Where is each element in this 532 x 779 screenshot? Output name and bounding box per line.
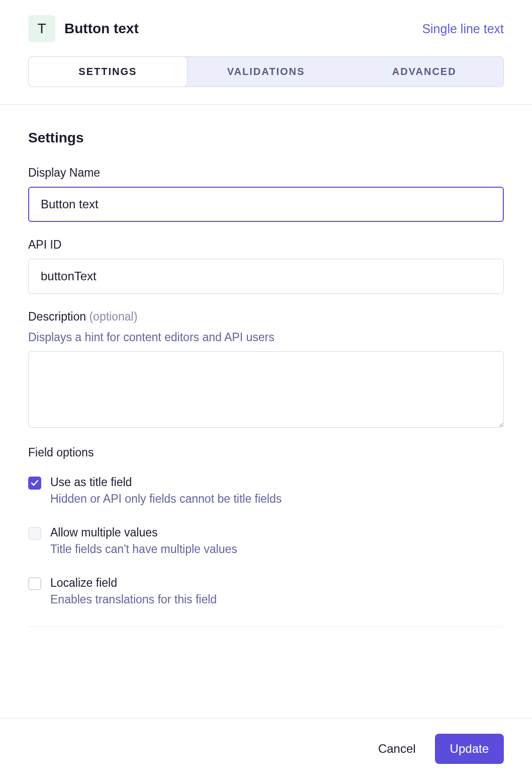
description-label: Description (optional) — [28, 310, 504, 324]
tab-advanced[interactable]: ADVANCED — [345, 57, 503, 87]
field-title: Button text — [64, 21, 139, 37]
use-as-title-hint: Hidden or API only fields cannot be titl… — [50, 492, 504, 506]
localize-hint: Enables translations for this field — [50, 593, 504, 606]
use-as-title-checkbox[interactable] — [28, 477, 41, 490]
use-as-title-row: Use as title field Hidden or API only fi… — [28, 476, 504, 506]
use-as-title-label: Use as title field — [50, 476, 504, 489]
content: Settings Display Name API ID Description… — [0, 105, 532, 606]
allow-multiple-content: Allow multiple values Title fields can't… — [50, 526, 504, 556]
localize-row: Localize field Enables translations for … — [28, 576, 504, 606]
description-optional: (optional) — [89, 310, 137, 323]
cancel-button[interactable]: Cancel — [378, 742, 416, 756]
use-as-title-content: Use as title field Hidden or API only fi… — [50, 476, 504, 506]
display-name-input[interactable] — [28, 187, 504, 222]
localize-content: Localize field Enables translations for … — [50, 576, 504, 606]
update-button[interactable]: Update — [435, 734, 504, 764]
check-icon — [31, 479, 39, 487]
display-name-group: Display Name — [28, 166, 504, 222]
header: T Button text Single line text — [0, 0, 532, 42]
tab-validations[interactable]: VALIDATIONS — [187, 57, 345, 87]
text-type-icon: T — [28, 15, 55, 42]
allow-multiple-hint: Title fields can't have multiple values — [50, 542, 504, 556]
field-type-label: Single line text — [422, 22, 504, 36]
section-title: Settings — [28, 130, 504, 146]
api-id-group: API ID — [28, 238, 504, 294]
description-label-text: Description — [28, 310, 86, 323]
footer: Cancel Update — [0, 718, 532, 779]
allow-multiple-checkbox — [28, 527, 41, 540]
localize-label: Localize field — [50, 576, 504, 590]
description-input[interactable] — [28, 351, 504, 428]
api-id-input[interactable] — [28, 259, 504, 294]
display-name-label: Display Name — [28, 166, 504, 180]
description-group: Description (optional) Displays a hint f… — [28, 310, 504, 430]
api-id-label: API ID — [28, 238, 504, 252]
tabs: SETTINGS VALIDATIONS ADVANCED — [28, 56, 504, 87]
header-left: T Button text — [28, 15, 139, 42]
thin-divider — [28, 627, 504, 627]
localize-checkbox[interactable] — [28, 577, 41, 590]
allow-multiple-label: Allow multiple values — [50, 526, 504, 539]
tab-settings[interactable]: SETTINGS — [29, 57, 187, 87]
field-options-title: Field options — [28, 446, 504, 459]
allow-multiple-row: Allow multiple values Title fields can't… — [28, 526, 504, 556]
description-hint: Displays a hint for content editors and … — [28, 331, 504, 344]
